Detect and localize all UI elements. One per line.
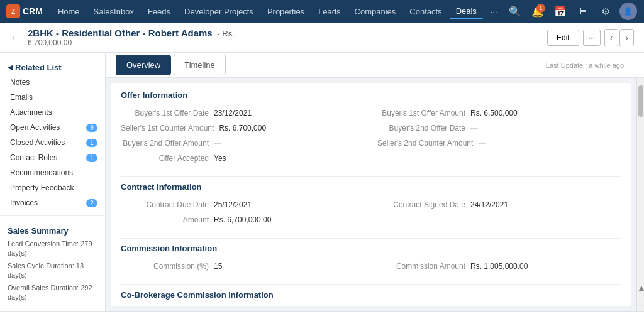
next-button[interactable]: › bbox=[619, 29, 634, 46]
page-header: ← 2BHK - Residential Other - Robert Adam… bbox=[0, 23, 644, 53]
page-title: 2BHK - Residential Other - Robert Adams … bbox=[28, 28, 235, 38]
sidebar-item-property-feedback[interactable]: Property Feedback bbox=[0, 180, 105, 195]
divider-2 bbox=[121, 238, 621, 239]
notification-badge: 1 bbox=[536, 4, 545, 13]
screen-icon[interactable]: 🖥 bbox=[574, 3, 592, 20]
deal-title: 2BHK - Residential Other - Robert Adams bbox=[28, 28, 213, 38]
offer-field-accepted: Offer Accepted Yes bbox=[121, 154, 365, 166]
tab-overview[interactable]: Overview bbox=[116, 55, 171, 75]
divider-3 bbox=[121, 284, 621, 285]
offer-information-section: Offer Information Buyer's 1st Offer Date… bbox=[121, 90, 621, 166]
prev-button[interactable]: ‹ bbox=[604, 29, 619, 46]
nav-salesinbox[interactable]: SalesInbox bbox=[87, 4, 140, 19]
content-scroll-area: Offer Information Buyer's 1st Offer Date… bbox=[106, 78, 644, 311]
sidebar-item-open-activities[interactable]: Open Activities 9 bbox=[0, 120, 105, 135]
sidebar-item-closed-activities[interactable]: Closed Activities 1 bbox=[0, 135, 105, 150]
calendar-icon[interactable]: 📅 bbox=[552, 3, 569, 20]
scrollbar[interactable]: ▲ bbox=[636, 78, 644, 311]
nav-items: Home SalesInbox Feeds Developer Projects… bbox=[52, 4, 504, 19]
content-area: Overview Timeline Last Update : a while … bbox=[106, 53, 644, 311]
zoho-icon: Z bbox=[6, 4, 20, 18]
nav-deals[interactable]: Deals bbox=[450, 4, 483, 19]
nav-feeds[interactable]: Feeds bbox=[142, 4, 177, 19]
lead-conversion-time: Lead Conversion Time: 279 day(s) bbox=[8, 239, 97, 259]
nav-arrows: ‹ › bbox=[604, 29, 634, 46]
more-button[interactable]: ··· bbox=[583, 30, 601, 46]
notification-icon[interactable]: 🔔 1 bbox=[529, 3, 547, 20]
nav-properties[interactable]: Properties bbox=[261, 4, 311, 19]
header-left: ← 2BHK - Residential Other - Robert Adam… bbox=[10, 28, 235, 47]
open-activities-count: 9 bbox=[86, 124, 97, 132]
sidebar-item-notes[interactable]: Notes bbox=[0, 75, 105, 90]
co-brokerage-title: Co-Brokerage Commission Information bbox=[121, 290, 621, 302]
sidebar-toggle-icon[interactable]: ◀ bbox=[8, 63, 13, 72]
sidebar-item-invoices[interactable]: Invoices 2 bbox=[0, 195, 105, 210]
sales-summary: Sales Summary Lead Conversion Time: 279 … bbox=[0, 221, 105, 310]
header-right: Edit ··· ‹ › bbox=[547, 29, 634, 46]
offer-field-1st-offer-date: Buyer's 1st Offer Date 23/12/2021 bbox=[121, 109, 365, 121]
settings-icon[interactable]: ⚙ bbox=[597, 3, 614, 20]
divider-1 bbox=[121, 176, 621, 177]
contract-field-signed-date: Contract Signed Date 24/12/2021 bbox=[377, 200, 621, 213]
nav-developer-projects[interactable]: Developer Projects bbox=[178, 4, 260, 19]
tabs-left: Overview Timeline bbox=[116, 55, 226, 75]
overall-sales-duration: Overall Sales Duration: 292 day(s) bbox=[8, 283, 97, 303]
nav-more[interactable]: ··· bbox=[484, 4, 504, 19]
page-title-area: 2BHK - Residential Other - Robert Adams … bbox=[28, 28, 235, 47]
nav-home[interactable]: Home bbox=[52, 4, 86, 19]
top-navigation: Z CRM Home SalesInbox Feeds Developer Pr… bbox=[0, 0, 644, 23]
topnav-icons: 🔍 🔔 1 📅 🖥 ⚙ 👤 ⠿ bbox=[506, 3, 644, 20]
crm-label: CRM bbox=[23, 6, 43, 16]
commission-field-amount: Commission Amount Rs. 1,005,000.00 bbox=[377, 262, 621, 274]
nav-leads[interactable]: Leads bbox=[312, 4, 347, 19]
content-tabs: Overview Timeline Last Update : a while … bbox=[106, 53, 644, 78]
scrollbar-thumb[interactable] bbox=[638, 85, 643, 117]
co-brokerage-section: Co-Brokerage Commission Information Co-B… bbox=[121, 290, 621, 306]
nav-contacts[interactable]: Contacts bbox=[403, 4, 448, 19]
contract-information-title: Contract Information bbox=[121, 182, 621, 194]
offer-information-title: Offer Information bbox=[121, 90, 621, 102]
invoices-count: 2 bbox=[86, 199, 97, 207]
commission-field-percent: Commission (%) 15 bbox=[121, 262, 365, 274]
content-body: Offer Information Buyer's 1st Offer Date… bbox=[111, 83, 631, 306]
commission-information-title: Commission Information bbox=[121, 244, 621, 256]
deal-amount: 6,700,000.00 bbox=[28, 38, 235, 47]
search-icon[interactable]: 🔍 bbox=[506, 3, 524, 20]
offer-field-1st-offer-amount: Buyer's 1st Offer Amount Rs. 6,500,000 bbox=[377, 109, 621, 121]
sidebar-item-emails[interactable]: Emails bbox=[0, 90, 105, 105]
nav-companies[interactable]: Companies bbox=[348, 4, 402, 19]
offer-field-2nd-counter-amount: Seller's 2nd Counter Amount — bbox=[377, 139, 621, 151]
logo[interactable]: Z CRM bbox=[6, 4, 43, 18]
sidebar-item-contact-roles[interactable]: Contact Roles 1 bbox=[0, 150, 105, 165]
tab-timeline[interactable]: Timeline bbox=[174, 55, 226, 75]
contract-field-due-date: Contract Due Date 25/12/2021 bbox=[121, 200, 365, 213]
deal-title-suffix: - Rs. bbox=[217, 29, 234, 38]
contract-information-section: Contract Information Contract Due Date 2… bbox=[121, 182, 621, 228]
back-button[interactable]: ← bbox=[10, 32, 20, 43]
bottom-bar: 🤖 Ask Zia 💬 ↺ 📞 🕐 1 ⚙ bbox=[0, 311, 644, 314]
user-avatar[interactable]: 👤 bbox=[619, 3, 637, 20]
sidebar-divider bbox=[0, 215, 105, 216]
sidebar: ◀ Related List Notes Emails Attachments … bbox=[0, 53, 106, 311]
offer-field-counter-amount: Seller's 1st Counter Amount Rs. 6,700,00… bbox=[121, 124, 365, 136]
last-update: Last Update : a while ago bbox=[536, 62, 634, 69]
edit-button[interactable]: Edit bbox=[547, 30, 579, 46]
sidebar-item-recommendations[interactable]: Recommendations bbox=[0, 165, 105, 180]
contract-field-amount: Amount Rs. 6,700,000.00 bbox=[121, 215, 365, 228]
sales-cycle-duration: Sales Cycle Duration: 13 day(s) bbox=[8, 261, 97, 281]
contact-roles-count: 1 bbox=[86, 154, 97, 162]
offer-field-2nd-offer-date: Buyer's 2nd Offer Date — bbox=[377, 124, 621, 136]
commission-information-section: Commission Information Commission (%) 15… bbox=[121, 244, 621, 274]
offer-field-2nd-offer-amount: Buyer's 2nd Offer Amount — bbox=[121, 139, 365, 151]
sidebar-section-title: ◀ Related List bbox=[0, 58, 105, 75]
sales-summary-title: Sales Summary bbox=[8, 226, 97, 236]
closed-activities-count: 1 bbox=[86, 139, 97, 147]
sidebar-item-attachments[interactable]: Attachments bbox=[0, 105, 105, 120]
scroll-up-button[interactable]: ▲ bbox=[637, 283, 644, 293]
main-layout: ◀ Related List Notes Emails Attachments … bbox=[0, 53, 644, 311]
